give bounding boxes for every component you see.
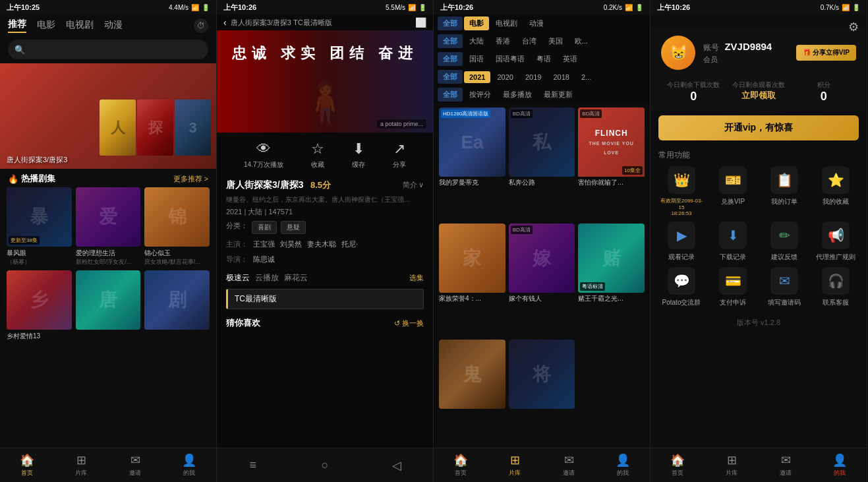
func-promo[interactable]: 📢 代理推广规则: [813, 222, 859, 262]
filter-tw[interactable]: 台湾: [517, 34, 542, 48]
tag-comedy[interactable]: 喜剧: [252, 221, 277, 234]
bottom-nav-profile-3[interactable]: 👤 的我: [596, 448, 650, 482]
invite-icon-3: ✉: [564, 453, 574, 467]
func-payment[interactable]: 💳 支付申诉: [710, 267, 756, 307]
filter-2018[interactable]: 2018: [548, 71, 574, 83]
bottom-nav-invite-3[interactable]: ✉ 邀请: [542, 448, 596, 482]
filter-english[interactable]: 英语: [558, 52, 583, 66]
browse-card-3[interactable]: FLINCHTHE MOVIE YOU LOVE BD高清 10集全 害怕你就输…: [578, 107, 645, 220]
search-input-1[interactable]: [29, 45, 202, 54]
movie-card-5[interactable]: 唐: [76, 270, 141, 341]
android-home-btn[interactable]: ○: [289, 448, 361, 482]
cast-4[interactable]: 托尼·: [341, 239, 358, 249]
filter-by-plays[interactable]: 最多播放: [498, 88, 537, 102]
cast-3[interactable]: 妻夫木聪: [307, 239, 336, 249]
browse-card-2[interactable]: 私 BD高清 私奔公路: [509, 107, 575, 220]
collect-btn[interactable]: ☆ 收藏: [311, 140, 324, 169]
browse-card-4[interactable]: 家 家族荣誉4：...: [439, 224, 506, 336]
filter-more-years[interactable]: 2...: [576, 71, 596, 83]
source-tab-1[interactable]: 云播放: [255, 272, 279, 284]
select-episode-btn[interactable]: 选集: [409, 273, 424, 283]
android-menu-btn[interactable]: ≡: [217, 448, 289, 482]
func-potato[interactable]: 💬 Potato交流群: [658, 267, 705, 307]
func-my-orders[interactable]: 📋 我的订单: [761, 166, 807, 216]
refresh-btn[interactable]: ↺ 换一换: [394, 318, 424, 328]
filter-all-2[interactable]: 全部: [438, 34, 463, 48]
share-btn[interactable]: ↗ 分享: [393, 140, 406, 169]
tab-recommend[interactable]: 推荐: [8, 18, 26, 33]
filter-2020[interactable]: 2020: [492, 71, 518, 83]
browse-card-6[interactable]: 赌 粤语标清 赌王千霸之光...: [578, 224, 645, 336]
func-redeem-vip[interactable]: 🎫 兑换VIP: [710, 166, 756, 216]
cast-2[interactable]: 刘昊然: [280, 239, 302, 249]
func-invite-code[interactable]: ✉ 填写邀请码: [761, 267, 807, 307]
gear-icon[interactable]: ⚙: [848, 20, 859, 34]
filter-bilingual[interactable]: 国语粤语: [490, 52, 530, 66]
filter-all-4[interactable]: 全部: [438, 70, 463, 84]
filter-2019[interactable]: 2019: [520, 71, 546, 83]
filter-by-update[interactable]: 最新更新: [538, 88, 578, 102]
clock-icon[interactable]: ⏱: [194, 18, 208, 33]
movie-card-6[interactable]: 剧: [144, 270, 210, 341]
vip-cta-btn[interactable]: 开通vip，有惊喜: [658, 115, 859, 140]
source-tab-2[interactable]: 麻花云: [284, 272, 308, 284]
filter-mandarin[interactable]: 国语: [464, 52, 489, 66]
filter-2021[interactable]: 2021: [464, 71, 490, 83]
source-tab-0[interactable]: 极速云: [226, 272, 250, 284]
detail-video[interactable]: 忠诚 求实 团结 奋进 🧍 a potato prime...: [217, 30, 433, 133]
tag-mystery[interactable]: 悬疑: [281, 221, 306, 234]
brief-btn[interactable]: 简介 ∨: [403, 180, 424, 190]
bottom-nav-library-1[interactable]: ⊞ 片库: [54, 448, 108, 482]
func-history[interactable]: ▶ 观看记录: [658, 222, 705, 262]
movie-card-4[interactable]: 乡 乡村爱情13: [7, 270, 72, 341]
bottom-nav-invite-1[interactable]: ✉ 邀请: [108, 448, 162, 482]
filter-movie[interactable]: 电影: [464, 16, 489, 30]
bottom-nav-profile-4[interactable]: 👤 的我: [813, 448, 867, 482]
tab-tv[interactable]: 电视剧: [66, 19, 94, 32]
filter-by-rating[interactable]: 按评分: [464, 88, 496, 102]
browse-card-5[interactable]: 嫁 BD高清 嫁个有钱人: [509, 224, 575, 336]
section-more-1[interactable]: 更多推荐 >: [173, 174, 208, 184]
filter-all-5[interactable]: 全部: [438, 88, 463, 102]
filter-mainland[interactable]: 大陆: [464, 34, 489, 48]
browse-card-8[interactable]: 将: [509, 340, 575, 442]
screen-mirror-icon[interactable]: ⬜: [415, 17, 426, 28]
battery-icon-2: 🔋: [419, 4, 426, 11]
episode-badge[interactable]: TC最清晰版: [226, 289, 424, 309]
browse-card-7[interactable]: 鬼: [439, 340, 506, 442]
battery-icon-3: 🔋: [635, 4, 643, 11]
filter-us[interactable]: 美国: [543, 34, 568, 48]
android-back-btn[interactable]: ◁: [361, 448, 433, 482]
back-arrow-icon[interactable]: ‹: [223, 17, 227, 28]
movie-card-3[interactable]: 锦 锦心似玉 庶女攻略/默言花事/...: [144, 187, 210, 266]
filter-all-3[interactable]: 全部: [438, 52, 463, 66]
cache-btn[interactable]: ⬇ 缓存: [352, 140, 365, 169]
filter-eu[interactable]: 欧...: [569, 34, 593, 48]
tab-anime[interactable]: 动漫: [104, 19, 123, 32]
bottom-nav-invite-4[interactable]: ✉ 邀请: [759, 448, 813, 482]
filter-anime[interactable]: 动漫: [524, 16, 549, 30]
browse-card-1[interactable]: Ea HD1280高清国语版 我的罗曼蒂克: [439, 107, 506, 220]
bottom-nav-home-1[interactable]: 🏠 首页: [0, 448, 54, 482]
func-collections[interactable]: ⭐ 我的收藏: [813, 166, 859, 216]
movie-card-1[interactable]: 暴 更新至38集 暴风眼 （杨幂）: [7, 187, 72, 266]
bottom-nav-profile-1[interactable]: 👤 的我: [162, 448, 216, 482]
bottom-nav-home-3[interactable]: 🏠 首页: [434, 448, 488, 482]
search-bar-1[interactable]: 🔍: [8, 40, 208, 59]
hero-banner-1[interactable]: 人 探 3 唐人街探案3/唐探3: [0, 63, 216, 169]
filter-hk[interactable]: 香港: [490, 34, 515, 48]
claim-btn[interactable]: 立即领取: [726, 90, 792, 102]
bottom-nav-library-3[interactable]: ⊞ 片库: [488, 448, 542, 482]
share-vip-btn[interactable]: 🎁 分享立得VIP: [796, 45, 856, 61]
func-downloads[interactable]: ⬇ 下载记录: [710, 222, 756, 262]
tab-movie[interactable]: 电影: [37, 19, 55, 32]
filter-tv[interactable]: 电视剧: [490, 16, 523, 30]
cast-1[interactable]: 王宝强: [253, 239, 275, 249]
bottom-nav-library-4[interactable]: ⊞ 片库: [705, 448, 759, 482]
movie-card-2[interactable]: 爱 爱的理想生活 新粉红女郎/浮女友/...: [76, 187, 141, 266]
filter-cantonese[interactable]: 粤语: [531, 52, 556, 66]
filter-all-1[interactable]: 全部: [438, 16, 463, 30]
bottom-nav-home-4[interactable]: 🏠 首页: [651, 448, 705, 482]
func-service[interactable]: 🎧 联系客服: [813, 267, 859, 307]
func-feedback[interactable]: ✏ 建议反馈: [761, 222, 807, 262]
